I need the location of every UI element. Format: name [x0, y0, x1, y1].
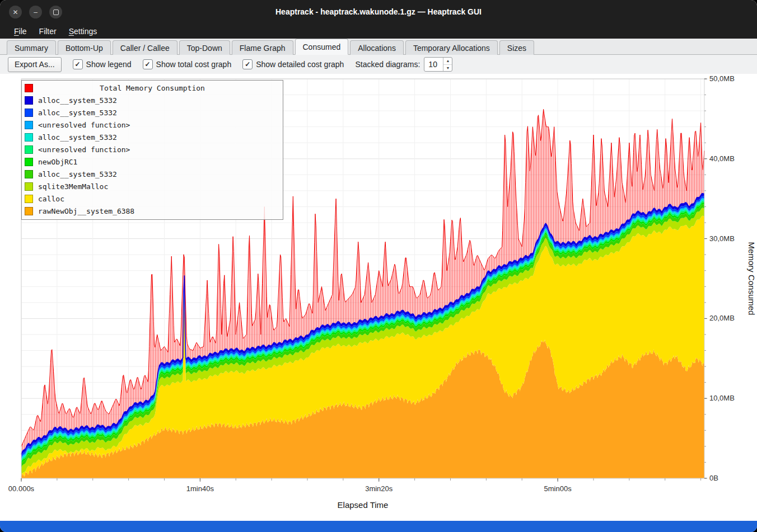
consumed-chart-panel: 00.000s1min40s3min20s5min00s0B10,0MB20,0…: [0, 74, 757, 521]
legend-label: alloc__system_5332: [38, 96, 117, 105]
tab-flame-graph[interactable]: Flame Graph: [232, 40, 293, 55]
y-axis-title: Memory Consumed: [747, 242, 756, 316]
checkbox-icon[interactable]: [143, 59, 153, 69]
y-tick-label: 30,0MB: [709, 234, 735, 243]
legend-swatch: [25, 182, 33, 191]
x-axis-title: Elapsed Time: [338, 500, 389, 510]
legend-swatch: [25, 207, 33, 215]
checkbox-show-legend[interactable]: Show legend: [73, 59, 132, 69]
tab-consumed[interactable]: Consumed: [295, 39, 349, 55]
x-tick-label: 00.000s: [8, 484, 35, 493]
checkbox-label: Show legend: [86, 60, 132, 69]
legend-label: alloc__system_5332: [38, 109, 117, 117]
checkbox-label: Show total cost graph: [156, 60, 232, 69]
checkbox-show-total-cost-graph[interactable]: Show total cost graph: [143, 59, 232, 69]
x-tick-label: 1min40s: [186, 484, 214, 493]
legend-label: sqlite3MemMalloc: [38, 182, 108, 191]
menubar: File Filter Settings: [0, 23, 757, 39]
toolbar: Export As... Show legend Show total cost…: [0, 55, 757, 74]
export-as-button[interactable]: Export As...: [8, 57, 62, 72]
legend-swatch: [25, 96, 33, 105]
titlebar[interactable]: ✕ – Heaptrack - heaptrack.wakunode.1.gz …: [0, 0, 757, 23]
legend-label: rawNewObj__system_6388: [38, 207, 134, 215]
legend-item: alloc__system_5332: [22, 131, 283, 143]
y-tick-label: 10,0MB: [709, 394, 735, 402]
legend-swatch: [25, 195, 33, 203]
legend-item: alloc__system_5332: [22, 94, 283, 106]
legend-item: <unresolved function>: [22, 143, 283, 156]
spin-value[interactable]: 10: [424, 58, 443, 71]
legend-label: alloc__system_5332: [38, 170, 117, 178]
legend-item: calloc: [22, 192, 283, 205]
stacked-diagrams-label: Stacked diagrams:: [355, 60, 420, 69]
bottom-accent-bar: [0, 521, 757, 532]
checkbox-show-detailed-cost-graph[interactable]: Show detailed cost graph: [242, 59, 344, 69]
legend-label: <unresolved function>: [38, 121, 130, 129]
tabbar: Summary Bottom-Up Caller / Callee Top-Do…: [0, 39, 757, 55]
legend-label: calloc: [38, 195, 64, 203]
legend-swatch: [25, 109, 33, 117]
legend-label: <unresolved function>: [38, 145, 130, 154]
y-tick-label: 40,0MB: [709, 154, 735, 163]
tab-summary[interactable]: Summary: [7, 40, 56, 55]
legend-item: alloc__system_5332: [22, 168, 283, 180]
tab-sizes[interactable]: Sizes: [499, 40, 534, 55]
legend-item: <unresolved function>: [22, 119, 283, 131]
x-tick-label: 5min00s: [544, 484, 572, 493]
y-tick-label: 20,0MB: [709, 314, 735, 322]
legend-swatch: [25, 158, 33, 166]
legend-swatch: [25, 121, 33, 129]
legend-label: alloc__system_5332: [38, 133, 117, 142]
tab-bottom-up[interactable]: Bottom-Up: [58, 40, 111, 55]
y-tick-label: 0B: [709, 474, 718, 482]
checkbox-label: Show detailed cost graph: [256, 60, 344, 69]
legend-item: sqlite3MemMalloc: [22, 180, 283, 192]
spin-down-icon[interactable]: ▼: [443, 65, 452, 72]
legend-item: newObjRC1: [22, 156, 283, 168]
menu-settings[interactable]: Settings: [64, 26, 102, 37]
legend-item: rawNewObj__system_6388: [22, 205, 283, 217]
chart-legend: Total Memory Consumption alloc__system_5…: [21, 80, 283, 220]
y-tick-label: 50,0MB: [709, 74, 735, 83]
app-window: ✕ – Heaptrack - heaptrack.wakunode.1.gz …: [0, 0, 757, 532]
legend-swatch: [25, 170, 33, 178]
tab-caller-callee[interactable]: Caller / Callee: [113, 40, 177, 55]
legend-swatch-total: [25, 84, 33, 92]
legend-swatch: [25, 145, 33, 154]
menu-file[interactable]: File: [9, 26, 32, 37]
tab-temporary-allocations[interactable]: Temporary Allocations: [405, 40, 498, 55]
legend-swatch: [25, 133, 33, 142]
spin-up-icon[interactable]: ▲: [443, 58, 452, 65]
tab-allocations[interactable]: Allocations: [350, 40, 404, 55]
legend-item: alloc__system_5332: [22, 106, 283, 119]
menu-filter[interactable]: Filter: [34, 26, 62, 37]
checkbox-icon[interactable]: [73, 59, 83, 69]
x-tick-label: 3min20s: [365, 484, 393, 493]
window-title: Heaptrack - heaptrack.wakunode.1.gz — He…: [0, 0, 757, 23]
stacked-diagrams-spinbox[interactable]: 10 ▲ ▼: [424, 57, 452, 72]
checkbox-icon[interactable]: [242, 59, 253, 69]
legend-label: newObjRC1: [38, 158, 77, 166]
tab-top-down[interactable]: Top-Down: [179, 40, 230, 55]
legend-title: Total Memory Consumption: [33, 84, 283, 92]
